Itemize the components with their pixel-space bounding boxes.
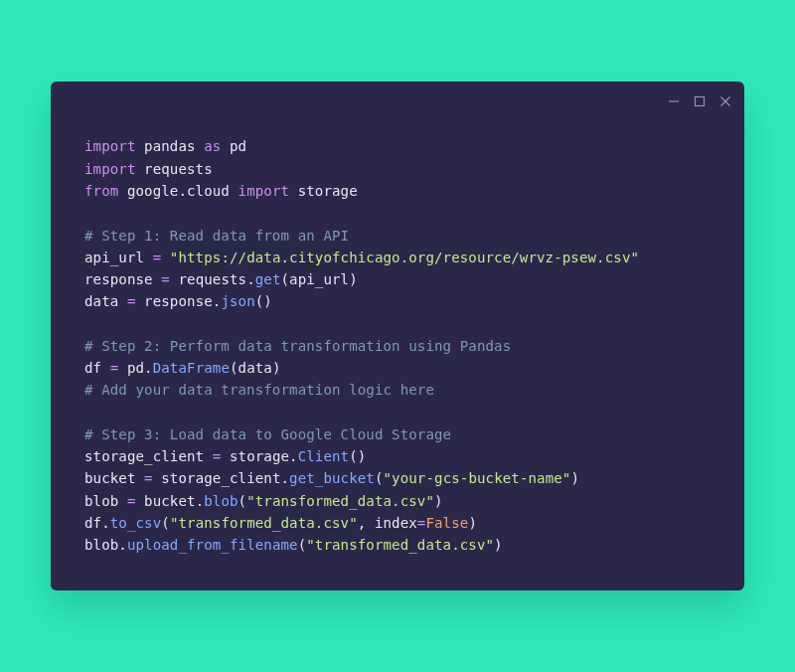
line-18: df.to_csv("transformed_data.csv", index=… (84, 515, 477, 531)
minimize-icon[interactable] (667, 94, 681, 108)
line-12: # Add your data transformation logic her… (84, 382, 434, 398)
line-1: import pandas as pd (84, 138, 246, 154)
maximize-icon[interactable] (693, 94, 707, 108)
window-titlebar (51, 82, 744, 117)
line-8: data = response.json() (84, 293, 272, 309)
line-2: import requests (84, 161, 213, 177)
close-icon[interactable] (718, 94, 732, 108)
code-window: import pandas as pd import requests from… (51, 82, 744, 589)
svg-rect-1 (696, 97, 705, 106)
line-11: df = pd.DataFrame(data) (84, 360, 281, 376)
line-7: response = requests.get(api_url) (84, 271, 358, 287)
line-17: blob = bucket.blob("transformed_data.csv… (84, 493, 443, 509)
code-editor[interactable]: import pandas as pd import requests from… (51, 117, 744, 589)
line-10: # Step 2: Perform data transformation us… (84, 338, 511, 354)
line-14: # Step 3: Load data to Google Cloud Stor… (84, 426, 451, 442)
line-6: api_url = "https://data.cityofchicago.or… (84, 250, 639, 265)
line-5: # Step 1: Read data from an API (84, 228, 349, 244)
line-15: storage_client = storage.Client() (84, 448, 366, 464)
line-16: bucket = storage_client.get_bucket("your… (84, 470, 579, 486)
line-19: blob.upload_from_filename("transformed_d… (84, 537, 503, 553)
line-3: from google.cloud import storage (84, 183, 358, 199)
